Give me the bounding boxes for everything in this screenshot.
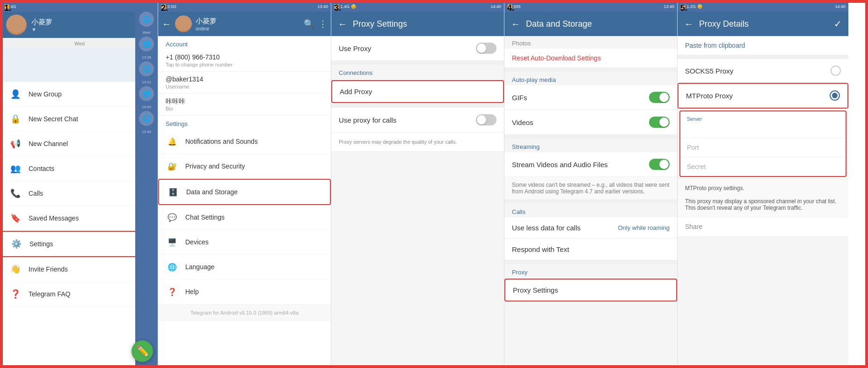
p5-separator-1 <box>678 55 848 59</box>
chat-settings-label: Chat Settings <box>185 213 225 221</box>
p3-status-bar: 📶 1.4G 😊 14:40 <box>331 1 504 12</box>
p4-reset-link[interactable]: Reset Auto-Download Settings <box>504 49 677 68</box>
p4-reset-text: Reset Auto-Download Settings <box>512 54 670 62</box>
sidebar-icon-2[interactable]: 🌐 <box>139 37 154 52</box>
settings-label: Settings <box>29 240 53 248</box>
p4-autoplay-section: Auto-play media <box>504 72 677 85</box>
menu-item-new-group[interactable]: 👤 New Group <box>1 82 158 107</box>
p3-calls-note: Proxy servers may degrade the quality of… <box>339 139 496 145</box>
settings-icon: ⚙️ <box>10 237 23 250</box>
step-label-2: 2. <box>161 3 168 13</box>
p4-less-data-value: Only while roaming <box>618 224 670 231</box>
p4-stream-videos-row: Stream Videos and Audio Files <box>504 152 677 177</box>
p2-username-field: @baker1314 Username <box>158 72 331 94</box>
p5-share-label: Share <box>685 223 702 230</box>
p2-username-value: @baker1314 <box>166 75 323 83</box>
p5-socks5-label: SOCKS5 Proxy <box>685 67 733 75</box>
p3-add-proxy-label: Add Proxy <box>340 88 372 96</box>
p4-separator-2 <box>504 135 677 139</box>
p2-item-devices[interactable]: 🖥️ Devices <box>158 230 331 255</box>
p4-stream-videos-toggle[interactable] <box>649 159 670 170</box>
p4-videos-label: Videos <box>512 118 533 126</box>
step-label-4: 4. <box>507 3 514 13</box>
p5-header: ← Proxy Details ✓ <box>678 12 848 36</box>
p3-use-proxy-toggle[interactable] <box>476 43 496 54</box>
p3-separator-2 <box>331 104 504 108</box>
p5-mtproto-highlighted: MTProto Proxy <box>678 83 848 109</box>
p2-header: ← 小菱萝 online 🔍 ⋮ <box>158 12 331 36</box>
p2-item-data-storage[interactable]: 🗄️ Data and Storage <box>158 179 331 205</box>
p3-use-proxy-label: Use Proxy <box>339 44 371 52</box>
p2-phone-label: Tap to change phone number <box>166 62 323 67</box>
menu-item-settings[interactable]: ⚙️ Settings <box>1 231 158 257</box>
step-label-1: 1. <box>4 3 11 13</box>
p5-mtproto-radio-row[interactable]: MTProto Proxy <box>678 84 847 108</box>
p4-photos-section: Photos <box>504 36 677 49</box>
p1-compose-fab[interactable]: ✏️ <box>131 340 153 362</box>
p2-back-button[interactable]: ← <box>162 19 171 29</box>
p2-header-actions: 🔍 ⋮ <box>304 19 327 29</box>
p2-item-language[interactable]: 🌐 Language <box>158 255 331 280</box>
p3-use-proxy-row: Use Proxy <box>331 36 504 61</box>
p2-item-privacy[interactable]: 🔐 Privacy and Security <box>158 154 331 179</box>
p2-item-chat-settings[interactable]: 💬 Chat Settings <box>158 205 331 230</box>
p5-input-section: Server Port Secret <box>679 110 846 177</box>
p5-back-button[interactable]: ← <box>684 19 693 29</box>
sidebar-icon-5[interactable]: 🌐 <box>139 111 154 126</box>
sidebar-icon-3[interactable]: 🌐 <box>139 61 154 76</box>
p2-bio-field: 咔咔咔 Bio <box>158 94 331 116</box>
p2-header-avatar <box>175 15 192 32</box>
p5-server-field: Server <box>680 111 846 138</box>
p5-mtproto-radio[interactable] <box>830 90 840 101</box>
p4-calls-section: Calls <box>504 204 677 217</box>
data-storage-label: Data and Storage <box>186 188 238 196</box>
p2-bio-label: Bio <box>166 106 323 111</box>
p5-check-button[interactable]: ✓ <box>834 18 842 29</box>
p5-server-input[interactable] <box>687 123 839 133</box>
p2-settings-section: Settings <box>158 116 331 129</box>
p2-item-notifications[interactable]: 🔔 Notifications and Sounds <box>158 129 331 154</box>
p3-back-button[interactable]: ← <box>338 19 347 29</box>
menu-item-new-channel[interactable]: 📢 New Channel <box>1 132 158 156</box>
menu-item-calls[interactable]: 📞 Calls <box>1 181 158 206</box>
p2-header-status: online <box>196 26 304 31</box>
p4-proxy-settings-button[interactable]: Proxy Settings <box>504 279 677 302</box>
p5-note-text: MTProto proxy settings.This proxy may di… <box>685 185 841 211</box>
p1-user-blurb: ▼ <box>31 27 139 32</box>
menu-item-invite-friends[interactable]: 👋 Invite Friends <box>1 257 158 282</box>
sidebar-icon-4[interactable]: 🌐 <box>139 86 154 101</box>
menu-item-contacts[interactable]: 👥 Contacts <box>1 156 158 181</box>
p3-add-proxy-button[interactable]: Add Proxy <box>331 80 504 103</box>
p5-server-label: Server <box>687 116 839 122</box>
p4-back-button[interactable]: ← <box>511 19 520 29</box>
p5-status-bar: 📶 1.2G 😊 14:40 <box>678 1 848 12</box>
menu-item-faq[interactable]: ❓ Telegram FAQ <box>1 282 158 307</box>
p4-respond-text-row[interactable]: Respond with Text <box>504 239 677 260</box>
language-label: Language <box>185 263 214 271</box>
p1-date-divider: Wed <box>1 38 158 47</box>
p2-status-bar: 📶 3.5G 13:40 <box>158 1 331 12</box>
step-label-5: 5. <box>680 3 687 13</box>
p4-videos-toggle[interactable] <box>649 117 670 128</box>
p3-connections-section: Connections <box>331 65 504 79</box>
new-secret-chat-icon: 🔒 <box>9 112 22 125</box>
menu-item-saved-messages[interactable]: 🔖 Saved Messages <box>1 206 158 231</box>
sidebar-icon-1[interactable]: 🌐 <box>139 12 154 27</box>
p2-time: 13:40 <box>317 4 328 9</box>
p5-socks5-radio-row[interactable]: SOCKS5 Proxy <box>678 59 848 83</box>
p4-gifs-row: GIFs <box>504 85 677 110</box>
p3-proxy-calls-toggle[interactable] <box>476 114 496 125</box>
p4-gifs-toggle[interactable] <box>649 92 670 103</box>
p2-search-action[interactable]: 🔍 <box>304 19 314 29</box>
p4-status-bar: 📶 605 13:40 <box>504 1 677 12</box>
p5-paste-from-clipboard[interactable]: Paste from clipboard <box>678 36 848 55</box>
new-group-icon: 👤 <box>9 88 22 101</box>
p5-socks5-radio[interactable] <box>831 66 841 76</box>
p2-more-action[interactable]: ⋮ <box>319 19 327 29</box>
language-icon: 🌐 <box>166 260 179 273</box>
menu-item-new-secret-chat[interactable]: 🔒 New Secret Chat <box>1 107 158 132</box>
p2-item-help[interactable]: ❓ Help <box>158 280 331 304</box>
p4-time: 13:40 <box>664 4 674 9</box>
p4-separator-4 <box>504 260 677 264</box>
privacy-label: Privacy and Security <box>185 162 245 170</box>
